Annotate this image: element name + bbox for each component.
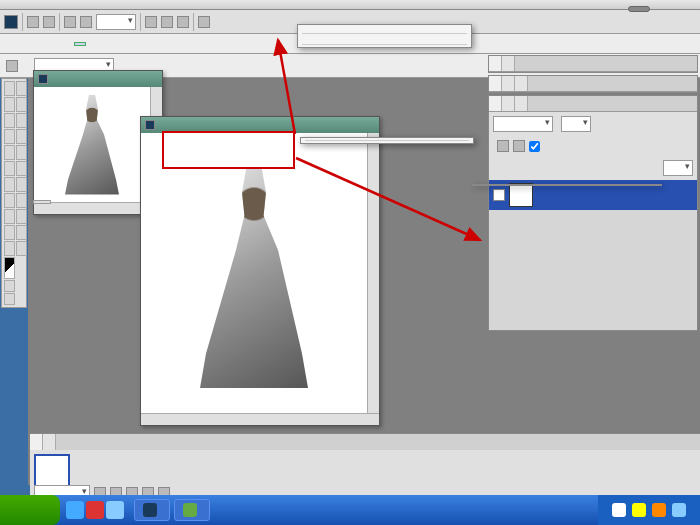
tab-layers[interactable] bbox=[489, 96, 502, 111]
shape-tool[interactable] bbox=[16, 209, 27, 224]
menu-icon[interactable] bbox=[43, 16, 55, 28]
titlebar bbox=[0, 0, 700, 10]
doc2-canvas[interactable] bbox=[141, 133, 367, 413]
doc1-canvas[interactable] bbox=[34, 87, 150, 202]
eyedrop-tool[interactable] bbox=[16, 225, 27, 240]
layers-panel bbox=[488, 95, 698, 331]
desktop-icon[interactable] bbox=[106, 501, 124, 519]
quickmask-tool[interactable] bbox=[4, 280, 15, 292]
scrollbar-v[interactable] bbox=[367, 133, 379, 413]
ruler-icon[interactable] bbox=[161, 16, 173, 28]
task-photoshop[interactable] bbox=[134, 499, 170, 521]
hand-icon[interactable] bbox=[64, 16, 76, 28]
slice-tool[interactable] bbox=[16, 113, 27, 128]
zoom-tool[interactable] bbox=[16, 241, 27, 256]
img-task-icon bbox=[183, 503, 197, 517]
tab-swatches[interactable] bbox=[502, 76, 515, 91]
tray-icon[interactable] bbox=[672, 503, 686, 517]
tab-color[interactable] bbox=[489, 76, 502, 91]
tab-paths[interactable] bbox=[515, 96, 528, 111]
opera-icon[interactable] bbox=[86, 501, 104, 519]
tray-icon[interactable] bbox=[652, 503, 666, 517]
tab-animation[interactable] bbox=[30, 434, 43, 450]
figure-image bbox=[62, 95, 122, 195]
workspace-selector[interactable] bbox=[628, 6, 650, 12]
ps-doc-icon bbox=[38, 74, 48, 84]
guide-icon[interactable] bbox=[177, 16, 189, 28]
lock-pixels-icon[interactable] bbox=[497, 140, 509, 152]
tray-icon[interactable] bbox=[612, 503, 626, 517]
zoom-icon[interactable] bbox=[80, 16, 92, 28]
navigator-panel bbox=[488, 55, 698, 73]
quick-launch bbox=[60, 501, 130, 519]
lock-pos-icon[interactable] bbox=[513, 140, 525, 152]
layer-thumb[interactable] bbox=[509, 183, 533, 207]
taskbar bbox=[0, 495, 700, 525]
menu-layers[interactable] bbox=[46, 42, 58, 46]
menu-image[interactable] bbox=[32, 42, 44, 46]
brush-tool[interactable] bbox=[16, 129, 27, 144]
tab-histogram[interactable] bbox=[502, 56, 515, 71]
tool-preset-icon[interactable] bbox=[6, 60, 18, 72]
spread-check[interactable] bbox=[529, 141, 540, 152]
toolbox bbox=[1, 78, 27, 308]
color-panel bbox=[488, 75, 698, 93]
screenmode-tool[interactable] bbox=[4, 293, 15, 305]
start-button[interactable] bbox=[0, 495, 60, 525]
eraser-tool[interactable] bbox=[4, 161, 15, 176]
tab-navigator[interactable] bbox=[489, 56, 502, 71]
scrollbar-h[interactable] bbox=[141, 413, 379, 425]
tray-icon[interactable] bbox=[632, 503, 646, 517]
ie-icon[interactable] bbox=[66, 501, 84, 519]
crop-tool[interactable] bbox=[4, 113, 15, 128]
blend-mode[interactable] bbox=[493, 116, 553, 132]
history-brush-tool[interactable] bbox=[16, 145, 27, 160]
eye-icon[interactable] bbox=[493, 189, 505, 201]
mi-smart[interactable] bbox=[298, 36, 471, 42]
zoom-field[interactable] bbox=[96, 14, 136, 30]
stamp-tool[interactable] bbox=[4, 145, 15, 160]
blur-submenu bbox=[472, 184, 662, 186]
system-tray bbox=[598, 495, 700, 525]
animation-panel bbox=[30, 433, 700, 503]
menu-file[interactable] bbox=[4, 42, 16, 46]
grid-icon[interactable] bbox=[145, 16, 157, 28]
notes-tool[interactable] bbox=[4, 225, 15, 240]
task-image[interactable] bbox=[174, 499, 210, 521]
ps-doc-icon bbox=[145, 120, 155, 130]
pen-tool[interactable] bbox=[4, 193, 15, 208]
wand-tool[interactable] bbox=[16, 97, 27, 112]
ps-icon bbox=[4, 15, 18, 29]
doc1-zoom[interactable] bbox=[33, 200, 51, 204]
fg-color[interactable] bbox=[4, 257, 15, 279]
layer-opacity[interactable] bbox=[561, 116, 591, 132]
layers-empty bbox=[489, 210, 697, 330]
marquee-tool[interactable] bbox=[16, 81, 27, 96]
layer-fill[interactable] bbox=[663, 160, 693, 176]
move-tool[interactable] bbox=[4, 81, 15, 96]
path-tool[interactable] bbox=[4, 209, 15, 224]
ps-task-icon bbox=[143, 503, 157, 517]
screen-icon[interactable] bbox=[198, 16, 210, 28]
lasso-tool[interactable] bbox=[4, 97, 15, 112]
menu-edit[interactable] bbox=[18, 42, 30, 46]
filter-submenu bbox=[300, 137, 474, 144]
tab-measure[interactable] bbox=[43, 434, 56, 450]
doc1-titlebar[interactable] bbox=[34, 71, 162, 87]
mi-last-filter[interactable] bbox=[298, 25, 471, 31]
menu-select[interactable] bbox=[60, 42, 72, 46]
type-tool[interactable] bbox=[16, 193, 27, 208]
hand-tool[interactable] bbox=[4, 241, 15, 256]
right-panels bbox=[488, 55, 698, 333]
dodge-tool[interactable] bbox=[16, 177, 27, 192]
bridge-icon[interactable] bbox=[27, 16, 39, 28]
figure-image-big bbox=[194, 158, 314, 388]
annotation-callout bbox=[162, 131, 295, 169]
blur-tool[interactable] bbox=[4, 177, 15, 192]
tab-styles[interactable] bbox=[515, 76, 528, 91]
menu-filter[interactable] bbox=[74, 42, 86, 46]
tab-channels[interactable] bbox=[502, 96, 515, 111]
filter-menu bbox=[297, 24, 472, 48]
gradient-tool[interactable] bbox=[16, 161, 27, 176]
heal-tool[interactable] bbox=[4, 129, 15, 144]
